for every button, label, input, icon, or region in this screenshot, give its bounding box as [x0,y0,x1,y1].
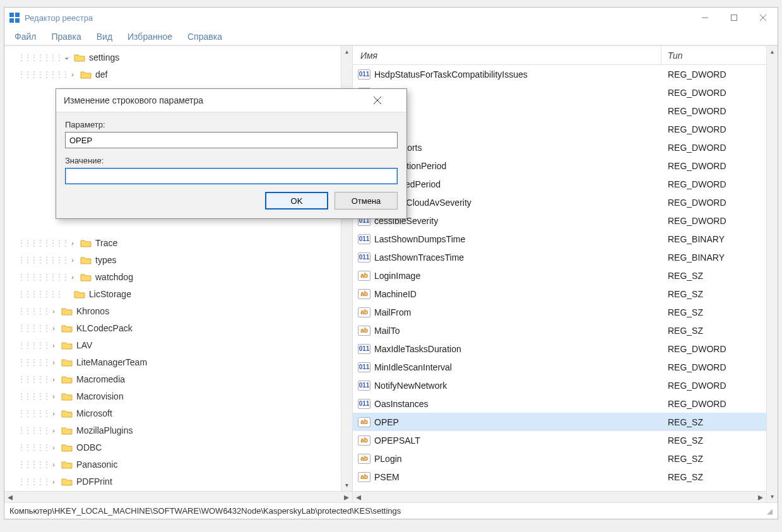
menu-file[interactable]: Файл [8,29,42,44]
value-row[interactable]: 011MaxIdleTasksDurationREG_DWORD [353,340,766,358]
scroll-right-icon[interactable]: ▸ [755,491,766,503]
tree-item-label: Macromedia [76,374,125,384]
tree-expander-icon[interactable]: › [49,444,59,451]
tree-expander-icon[interactable]: › [49,307,59,315]
tree-expander-icon[interactable]: › [68,71,78,78]
tree-item-label: Microsoft [76,408,112,418]
value-row[interactable]: 011utExpirationPeriodREG_DWORD [353,157,766,175]
tree-hscroll[interactable]: ◂ ▸ [4,491,352,502]
tree-item[interactable]: ⋮⋮⋮⋮⋮›Macrovision [17,387,341,405]
param-input[interactable] [65,132,398,148]
tree-expander-icon[interactable]: ⌄ [61,53,71,61]
value-row[interactable]: abPLoginREG_SZ [353,449,766,468]
tree-expander-icon[interactable]: › [68,239,78,247]
cancel-button[interactable]: Отмена [335,192,398,210]
value-name: MaxIdleTasksDuration [374,344,661,354]
scroll-right-icon[interactable]: ▸ [341,491,352,503]
tree-expander-icon[interactable]: › [49,324,59,332]
tree-item[interactable]: ⋮⋮⋮⋮⋮⋮⋮⌄settings [17,49,341,66]
scroll-down-icon[interactable]: ▾ [767,491,778,502]
tree-item[interactable]: ⋮⋮⋮⋮⋮›Microsoft [17,405,341,422]
tree-item[interactable]: ⋮⋮⋮⋮⋮⋮⋮⋮›types [17,251,341,268]
folder-icon [80,272,92,282]
value-input[interactable] [65,168,398,184]
tree-item[interactable]: ⋮⋮⋮⋮⋮⋮⋮›LicStorage [17,285,341,302]
value-row[interactable]: abLoginImageREG_SZ [353,266,766,285]
reg-string-icon: ab [358,417,370,427]
column-header-type[interactable]: Тип [661,46,766,64]
scroll-up-icon[interactable]: ▴ [341,46,352,57]
tree-item[interactable]: ⋮⋮⋮⋮⋮›ODBC [17,439,341,456]
value-row[interactable]: 011BeExpiredPeriodREG_DWORD [353,175,766,193]
value-row[interactable]: abMachineIDREG_SZ [353,285,766,303]
tree-item[interactable]: ⋮⋮⋮⋮⋮⋮⋮⋮›watchdog [17,268,341,285]
tree-item[interactable]: ⋮⋮⋮⋮⋮›Khronos [17,302,341,319]
tree-expander-icon[interactable]: › [49,393,59,400]
tree-item-label: Macrovision [76,391,124,401]
tree-expander-icon[interactable]: › [68,273,78,281]
tree-item[interactable]: ⋮⋮⋮⋮⋮›KLCodecPack [17,319,341,336]
tree-item[interactable]: ⋮⋮⋮⋮⋮›PDFPrint [17,473,341,490]
tree-item[interactable]: ⋮⋮⋮⋮⋮›Panasonic [17,456,341,473]
value-row[interactable]: 011centReportsREG_DWORD [353,138,766,157]
column-header-name[interactable]: Имя [353,46,661,64]
tree-item-label: Panasonic [76,459,117,470]
value-row[interactable]: 011tsDelayREG_DWORD [353,83,766,102]
folder-icon [61,459,73,470]
value-name: centReports [374,143,661,153]
tree-expander-icon[interactable]: › [49,375,59,383]
tree-expander-icon[interactable]: › [49,461,59,468]
resize-grip-icon[interactable]: ◢ [767,507,773,516]
tree-item[interactable]: ⋮⋮⋮⋮⋮›Macromedia [17,370,341,387]
value-row[interactable]: 011cessibleCloudAvSeverityREG_DWORD [353,193,766,211]
value-name: LastShownDumpsTime [374,234,661,244]
value-row[interactable]: 011allREG_DWORD [353,102,766,120]
tree-expander-icon[interactable]: › [68,256,78,264]
menu-view[interactable]: Вид [90,29,119,44]
scroll-left-icon[interactable]: ◂ [353,491,364,503]
value-type: REG_DWORD [661,143,766,153]
minimize-button[interactable] [690,8,720,28]
value-row[interactable]: 011cessibleSeverityREG_DWORD [353,211,766,230]
value-row[interactable]: abPSEMREG_SZ [353,468,766,486]
value-row[interactable]: 011LastShownTracesTimeREG_BINARY [353,248,766,266]
edit-string-dialog: Изменение строкового параметра Параметр:… [56,88,407,219]
tree-expander-icon[interactable]: › [49,358,59,366]
value-type: REG_DWORD [661,216,766,226]
value-type: REG_DWORD [661,161,766,171]
value-row[interactable]: 011iveREG_DWORD [353,120,766,138]
list-body[interactable]: 011HsdpStatusForTaskCompatibilityIssuesR… [353,65,766,491]
scroll-left-icon[interactable]: ◂ [4,491,16,503]
value-row[interactable]: abOPEPREG_SZ [353,413,766,431]
value-row[interactable]: 011HsdpStatusForTaskCompatibilityIssuesR… [353,65,766,83]
maximize-button[interactable] [720,8,749,28]
tree-item[interactable]: ⋮⋮⋮⋮⋮›LAV [17,336,341,353]
value-row[interactable]: abMailToREG_SZ [353,321,766,340]
tree-expander-icon[interactable]: › [49,341,59,349]
menu-edit[interactable]: Правка [45,29,87,44]
tree-expander-icon[interactable]: › [49,410,59,417]
value-row[interactable]: 011MinIdleScanIntervalREG_DWORD [353,358,766,376]
value-row[interactable]: 011LastShownDumpsTimeREG_BINARY [353,230,766,248]
menu-favorites[interactable]: Избранное [121,29,179,44]
menubar: Файл Правка Вид Избранное Справка [4,28,778,45]
tree-expander-icon[interactable]: › [49,478,59,485]
scroll-up-icon[interactable]: ▴ [767,46,778,57]
tree-item[interactable]: ⋮⋮⋮⋮⋮⋮⋮⋮›def [17,66,341,83]
tree-item[interactable]: ⋮⋮⋮⋮⋮⋮⋮⋮›Trace [17,234,341,251]
ok-button[interactable]: OK [265,192,328,210]
close-button[interactable] [749,8,778,28]
value-row[interactable]: 011NotifyNewNetworkREG_DWORD [353,376,766,394]
reg-string-icon: ab [358,472,370,482]
tree-expander-icon[interactable]: › [49,427,59,434]
tree-item[interactable]: ⋮⋮⋮⋮⋮›MozillaPlugins [17,422,341,439]
value-row[interactable]: 011OasInstancesREG_DWORD [353,394,766,413]
dialog-close-button[interactable] [374,97,399,104]
tree-item[interactable]: ⋮⋮⋮⋮⋮›LiteManagerTeam [17,353,341,370]
list-hscroll[interactable]: ◂ ▸ [353,491,766,502]
value-row[interactable]: abMailFromREG_SZ [353,303,766,321]
menu-help[interactable]: Справка [181,29,228,44]
scroll-down-icon[interactable]: ▾ [341,480,352,491]
value-row[interactable]: abOPEPSALTREG_SZ [353,431,766,449]
list-vscroll[interactable]: ▴ ▾ [766,46,778,502]
